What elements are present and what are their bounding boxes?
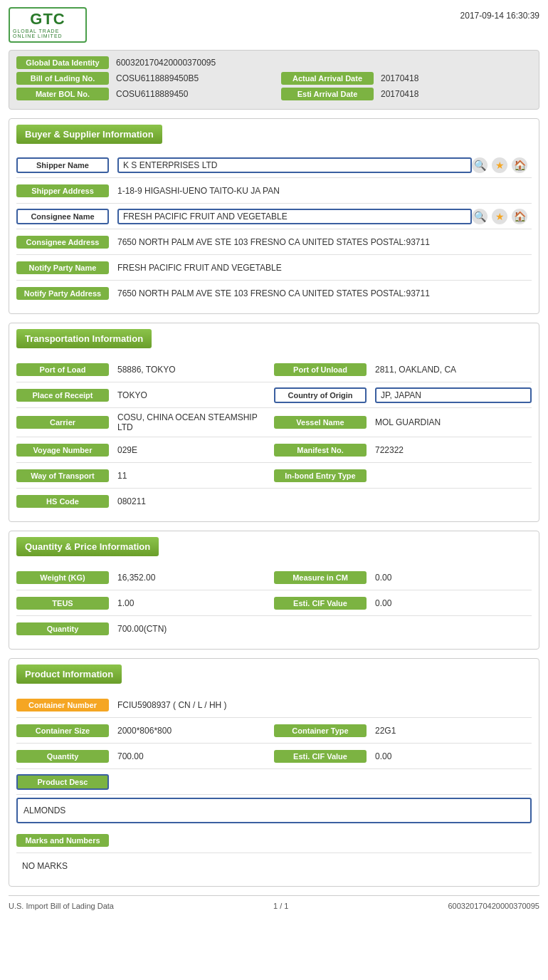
marks-numbers-value-row: NO MARKS xyxy=(16,853,532,879)
voyage-number-label: Voyage Number xyxy=(16,444,109,457)
country-of-origin-label: Country of Origin xyxy=(274,387,367,403)
transportation-body: Port of Load 58886, TOKYO Port of Unload… xyxy=(9,354,539,521)
manifest-half: Manifest No. 722322 xyxy=(274,439,532,461)
quantity-label: Quantity xyxy=(16,622,109,635)
hs-code-label: HS Code xyxy=(16,495,109,508)
shipper-address-row: Shipper Address 1-18-9 HIGASHI-UENO TAIT… xyxy=(16,178,532,204)
product-quantity-value: 700.00 xyxy=(117,751,274,761)
header: GTC GLOBAL TRADE ONLINE LIMITED 2017-09-… xyxy=(9,7,539,43)
notify-party-address-value: 7650 NORTH PALM AVE STE 103 FRESNO CA UN… xyxy=(117,288,532,298)
hs-code-value: 080211 xyxy=(117,496,532,506)
footer-right: 600320170420000370095 xyxy=(448,902,539,910)
manifest-no-value: 722322 xyxy=(375,445,532,455)
voyage-half: Voyage Number 029E xyxy=(16,439,274,461)
way-of-transport-value: 11 xyxy=(117,471,274,481)
weight-half: Weight (KG) 16,352.00 xyxy=(16,567,274,588)
vessel-name-label: Vessel Name xyxy=(274,416,367,429)
container-number-label: Container Number xyxy=(16,699,109,711)
consignee-home-icon[interactable]: 🏠 xyxy=(512,209,527,224)
product-quantity-label: Quantity xyxy=(16,750,109,763)
logo-sub: GLOBAL TRADE ONLINE LIMITED xyxy=(13,28,83,38)
bol-row: Bill of Lading No. COSU6118889450B5 Actu… xyxy=(16,72,532,85)
container-size-type-row: Container Size 2000*806*800 Container Ty… xyxy=(16,718,532,744)
place-of-receipt-half: Place of Receipt TOKYO xyxy=(16,385,274,406)
logo-text: GTC xyxy=(30,11,65,27)
shipper-name-row: Shipper Name K S ENTERPRISES LTD 🔍 ★ 🏠 xyxy=(16,152,532,178)
bol-half: Bill of Lading No. COSU6118889450B5 xyxy=(16,72,267,85)
consignee-search-icon[interactable]: 🔍 xyxy=(472,209,488,224)
port-of-load-half: Port of Load 58886, TOKYO xyxy=(16,359,274,380)
notify-party-address-row: Notify Party Address 7650 NORTH PALM AVE… xyxy=(16,281,532,306)
esti-cif-label: Esti. CIF Value xyxy=(274,597,367,610)
esti-cif-value: 0.00 xyxy=(375,598,532,608)
transportation-section: Transportation Information Port of Load … xyxy=(9,323,539,522)
actual-arrival-value: 20170418 xyxy=(381,73,418,83)
shipper-name-value: K S ENTERPRISES LTD xyxy=(117,157,472,173)
container-size-value: 2000*806*800 xyxy=(117,726,274,736)
product-esti-cif-label: Esti. CIF Value xyxy=(274,750,367,763)
port-of-load-label: Port of Load xyxy=(16,363,109,376)
quantity-row: Quantity 700.00(CTN) xyxy=(16,616,532,642)
port-of-unload-label: Port of Unload xyxy=(274,363,367,376)
global-data-label: Global Data Identity xyxy=(16,56,109,69)
quantity-price-section: Quantity & Price Information Weight (KG)… xyxy=(9,531,539,650)
consignee-star-icon[interactable]: ★ xyxy=(492,209,507,224)
product-qty-half: Quantity 700.00 xyxy=(16,746,274,767)
container-type-value: 22G1 xyxy=(375,726,532,736)
way-of-transport-label: Way of Transport xyxy=(16,469,109,482)
carrier-value: COSU, CHINA OCEAN STEAMSHIP LTD xyxy=(117,412,274,432)
teus-half: TEUS 1.00 xyxy=(16,593,274,614)
bol-value: COSU6118889450B5 xyxy=(116,73,199,83)
footer-center: 1 / 1 xyxy=(273,902,288,910)
container-type-half: Container Type 22G1 xyxy=(274,720,532,741)
quantity-price-title: Quantity & Price Information xyxy=(16,537,159,556)
esti-arrival-label: Esti Arrival Date xyxy=(281,88,374,100)
consignee-address-label: Consignee Address xyxy=(16,236,109,249)
shipper-icons: 🔍 ★ 🏠 xyxy=(472,157,532,173)
marks-numbers-value: NO MARKS xyxy=(22,861,68,871)
transport-bond-row: Way of Transport 11 In-bond Entry Type xyxy=(16,463,532,489)
weight-value: 16,352.00 xyxy=(117,573,274,583)
container-size-label: Container Size xyxy=(16,724,109,737)
quantity-value: 700.00(CTN) xyxy=(117,624,532,634)
teus-cif-row: TEUS 1.00 Esti. CIF Value 0.00 xyxy=(16,590,532,616)
buyer-supplier-title: Buyer & Supplier Information xyxy=(16,125,162,144)
global-data-value: 600320170420000370095 xyxy=(116,58,216,68)
shipper-name-label: Shipper Name xyxy=(16,157,109,173)
bol-label: Bill of Lading No. xyxy=(16,72,109,85)
place-of-receipt-label: Place of Receipt xyxy=(16,389,109,402)
buyer-supplier-section: Buyer & Supplier Information Shipper Nam… xyxy=(9,118,539,314)
mater-bol-row: Mater BOL No. COSU6118889450 Esti Arriva… xyxy=(16,88,532,100)
product-desc-row: Product Desc xyxy=(16,769,532,795)
footer: U.S. Import Bill of Lading Data 1 / 1 60… xyxy=(9,895,539,910)
in-bond-entry-label: In-bond Entry Type xyxy=(274,469,367,482)
port-of-unload-value: 2811, OAKLAND, CA xyxy=(375,365,532,375)
product-qty-cif-row: Quantity 700.00 Esti. CIF Value 0.00 xyxy=(16,744,532,769)
measure-half: Measure in CM 0.00 xyxy=(274,567,532,588)
transportation-title: Transportation Information xyxy=(16,329,152,348)
consignee-name-label: Consignee Name xyxy=(16,209,109,224)
carrier-label: Carrier xyxy=(16,416,109,429)
quantity-price-body: Weight (KG) 16,352.00 Measure in CM 0.00… xyxy=(9,562,539,649)
vessel-name-value: MOL GUARDIAN xyxy=(375,417,532,427)
voyage-manifest-row: Voyage Number 029E Manifest No. 722322 xyxy=(16,437,532,463)
logo-box: GTC GLOBAL TRADE ONLINE LIMITED xyxy=(9,7,87,43)
notify-party-address-label: Notify Party Address xyxy=(16,287,109,300)
shipper-home-icon[interactable]: 🏠 xyxy=(512,157,527,173)
marks-numbers-label: Marks and Numbers xyxy=(16,834,109,847)
buyer-supplier-body: Shipper Name K S ENTERPRISES LTD 🔍 ★ 🏠 S… xyxy=(9,150,539,313)
product-esti-cif-value: 0.00 xyxy=(375,751,532,761)
shipper-search-icon[interactable]: 🔍 xyxy=(472,157,488,173)
teus-value: 1.00 xyxy=(117,598,274,608)
consignee-icons: 🔍 ★ 🏠 xyxy=(472,209,532,224)
country-of-origin-half: Country of Origin JP, JAPAN xyxy=(274,383,532,407)
country-of-origin-value: JP, JAPAN xyxy=(375,387,532,403)
notify-party-name-label: Notify Party Name xyxy=(16,261,109,274)
consignee-name-value: FRESH PACIFIC FRUIT AND VEGETABLE xyxy=(117,209,472,224)
weight-label: Weight (KG) xyxy=(16,571,109,584)
measure-value: 0.00 xyxy=(375,573,532,583)
esti-arrival-value: 20170418 xyxy=(381,89,418,99)
mater-bol-value: COSU6118889450 xyxy=(116,89,188,99)
hs-code-row: HS Code 080211 xyxy=(16,489,532,514)
shipper-star-icon[interactable]: ★ xyxy=(492,157,507,173)
